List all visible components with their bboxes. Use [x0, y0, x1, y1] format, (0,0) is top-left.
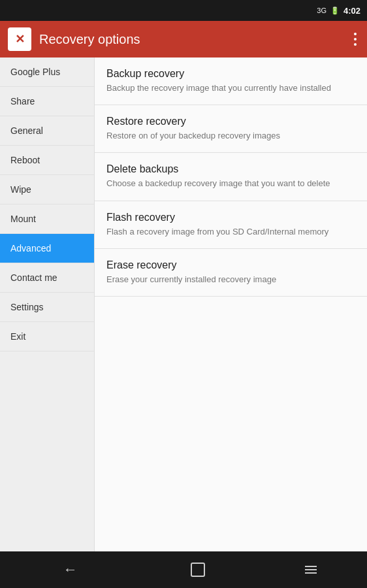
app-bar: ✕ Recovery options — [0, 21, 367, 57]
sidebar-item-advanced[interactable]: Advanced — [0, 234, 94, 263]
signal-icon: 3G — [317, 7, 327, 14]
app-icon: ✕ — [8, 27, 31, 51]
overflow-dot-2 — [354, 38, 357, 41]
content-item-title-restore-recovery: Restore recovery — [106, 116, 355, 127]
sidebar-item-contact-me[interactable]: Contact me — [0, 263, 94, 293]
content-item-flash-recovery[interactable]: Flash recoveryFlash a recovery image fro… — [95, 201, 367, 249]
overflow-dot-1 — [354, 33, 357, 35]
content-item-title-flash-recovery: Flash recovery — [106, 212, 355, 223]
content-item-title-backup-recovery: Backup recovery — [106, 68, 355, 80]
nav-bar — [0, 551, 367, 588]
recents-rect-2 — [305, 569, 317, 570]
sidebar-item-general[interactable]: General — [0, 116, 94, 146]
content-item-desc-restore-recovery: Restore on of your backedup recovery ima… — [106, 130, 355, 142]
content-item-title-erase-recovery: Erase recovery — [106, 259, 355, 271]
content-area: Backup recoveryBackup the recovery image… — [95, 57, 367, 551]
battery-icon: 🔋 — [330, 7, 340, 15]
app-title: Recovery options — [39, 32, 343, 47]
content-item-delete-backups[interactable]: Delete backupsChoose a backedup recovery… — [95, 153, 367, 201]
sidebar-item-exit[interactable]: Exit — [0, 322, 94, 351]
sidebar-item-mount[interactable]: Mount — [0, 204, 94, 234]
sidebar-item-reboot[interactable]: Reboot — [0, 146, 94, 175]
content-item-desc-delete-backups: Choose a backedup recovery image that yo… — [106, 178, 355, 189]
sidebar-item-share[interactable]: Share — [0, 87, 94, 116]
status-bar: 3G 🔋 4:02 — [0, 0, 367, 21]
status-time: 4:02 — [343, 6, 360, 16]
content-item-backup-recovery[interactable]: Backup recoveryBackup the recovery image… — [95, 57, 367, 105]
content-item-erase-recovery[interactable]: Erase recoveryErase your currently insta… — [95, 249, 367, 297]
main-layout: Google PlusShareGeneralRebootWipeMountAd… — [0, 57, 367, 551]
back-button[interactable] — [50, 555, 91, 585]
overflow-dot-3 — [354, 43, 357, 46]
content-item-restore-recovery[interactable]: Restore recoveryRestore on of your backe… — [95, 105, 367, 153]
content-item-desc-flash-recovery: Flash a recovery image from you SD Card/… — [106, 226, 355, 238]
recents-button[interactable] — [305, 566, 317, 574]
sidebar-item-google-plus[interactable]: Google Plus — [0, 57, 94, 87]
home-button[interactable] — [191, 563, 205, 577]
sidebar-item-settings[interactable]: Settings — [0, 293, 94, 322]
sidebar: Google PlusShareGeneralRebootWipeMountAd… — [0, 57, 95, 551]
overflow-menu-button[interactable] — [351, 27, 359, 51]
recents-rect-1 — [305, 566, 317, 567]
content-item-desc-erase-recovery: Erase your currently installed recovery … — [106, 274, 355, 286]
recents-rect-3 — [305, 572, 317, 574]
sidebar-item-wipe[interactable]: Wipe — [0, 175, 94, 204]
content-item-desc-backup-recovery: Backup the recovery image that you curre… — [106, 82, 355, 94]
content-item-title-delete-backups: Delete backups — [106, 163, 355, 175]
